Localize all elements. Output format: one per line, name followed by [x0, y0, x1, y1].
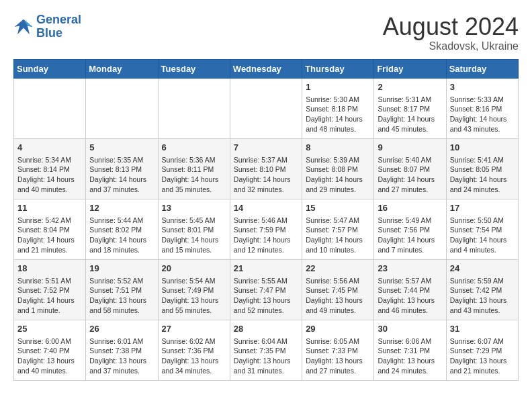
day-cell: 30Sunrise: 6:06 AM Sunset: 7:31 PM Dayli…	[374, 320, 446, 380]
day-cell: 20Sunrise: 5:54 AM Sunset: 7:49 PM Dayli…	[158, 259, 230, 320]
day-info: Sunrise: 6:05 AM Sunset: 7:33 PM Dayligh…	[306, 336, 370, 376]
day-info: Sunrise: 5:57 AM Sunset: 7:44 PM Dayligh…	[378, 276, 442, 316]
day-cell: 26Sunrise: 6:01 AM Sunset: 7:38 PM Dayli…	[86, 320, 158, 380]
day-info: Sunrise: 5:33 AM Sunset: 8:16 PM Dayligh…	[450, 95, 515, 134]
day-cell: 2Sunrise: 5:31 AM Sunset: 8:17 PM Daylig…	[374, 78, 446, 138]
day-info: Sunrise: 5:47 AM Sunset: 7:57 PM Dayligh…	[306, 216, 370, 255]
day-number: 21	[234, 263, 298, 275]
day-cell: 4Sunrise: 5:34 AM Sunset: 8:14 PM Daylig…	[14, 138, 86, 199]
day-number: 8	[306, 142, 370, 154]
day-cell: 19Sunrise: 5:52 AM Sunset: 7:51 PM Dayli…	[86, 259, 158, 320]
header-monday: Monday	[86, 59, 158, 78]
day-cell: 12Sunrise: 5:44 AM Sunset: 8:02 PM Dayli…	[86, 199, 158, 259]
logo: General Blue	[13, 13, 81, 40]
svg-marker-0	[15, 19, 33, 35]
day-cell: 31Sunrise: 6:07 AM Sunset: 7:29 PM Dayli…	[446, 320, 518, 380]
day-number: 5	[89, 142, 154, 154]
day-info: Sunrise: 5:50 AM Sunset: 7:54 PM Dayligh…	[450, 216, 515, 255]
header-wednesday: Wednesday	[230, 59, 302, 78]
day-number: 16	[378, 202, 442, 214]
title-block: August 2024 Skadovsk, Ukraine	[383, 13, 519, 52]
logo-blue: Blue	[36, 26, 62, 40]
day-info: Sunrise: 5:56 AM Sunset: 7:45 PM Dayligh…	[306, 276, 370, 316]
day-cell: 3Sunrise: 5:33 AM Sunset: 8:16 PM Daylig…	[446, 78, 518, 138]
day-cell: 10Sunrise: 5:41 AM Sunset: 8:05 PM Dayli…	[446, 138, 518, 199]
day-cell	[86, 78, 158, 138]
day-info: Sunrise: 6:04 AM Sunset: 7:35 PM Dayligh…	[234, 336, 298, 376]
calendar-header-row: SundayMondayTuesdayWednesdayThursdayFrid…	[14, 59, 519, 78]
day-cell: 7Sunrise: 5:37 AM Sunset: 8:10 PM Daylig…	[230, 138, 302, 199]
day-number: 24	[450, 263, 515, 275]
page-header: General Blue August 2024 Skadovsk, Ukrai…	[13, 13, 519, 52]
day-cell: 29Sunrise: 6:05 AM Sunset: 7:33 PM Dayli…	[302, 320, 374, 380]
day-cell: 18Sunrise: 5:51 AM Sunset: 7:52 PM Dayli…	[14, 259, 86, 320]
day-info: Sunrise: 5:36 AM Sunset: 8:11 PM Dayligh…	[162, 155, 226, 195]
day-cell: 28Sunrise: 6:04 AM Sunset: 7:35 PM Dayli…	[230, 320, 302, 380]
day-info: Sunrise: 5:51 AM Sunset: 7:52 PM Dayligh…	[17, 276, 82, 316]
day-info: Sunrise: 6:01 AM Sunset: 7:38 PM Dayligh…	[89, 336, 154, 376]
header-thursday: Thursday	[302, 59, 374, 78]
day-number: 27	[162, 323, 226, 335]
day-cell	[14, 78, 86, 138]
day-info: Sunrise: 5:55 AM Sunset: 7:47 PM Dayligh…	[234, 276, 298, 316]
day-number: 14	[234, 202, 298, 214]
day-cell: 25Sunrise: 6:00 AM Sunset: 7:40 PM Dayli…	[14, 320, 86, 380]
header-tuesday: Tuesday	[158, 59, 230, 78]
day-number: 22	[306, 263, 370, 275]
day-info: Sunrise: 6:07 AM Sunset: 7:29 PM Dayligh…	[450, 336, 515, 376]
day-number: 13	[162, 202, 226, 214]
day-number: 30	[378, 323, 442, 335]
day-cell: 14Sunrise: 5:46 AM Sunset: 7:59 PM Dayli…	[230, 199, 302, 259]
day-info: Sunrise: 5:45 AM Sunset: 8:01 PM Dayligh…	[162, 216, 226, 255]
day-number: 31	[450, 323, 515, 335]
day-number: 12	[89, 202, 154, 214]
day-number: 4	[17, 142, 82, 154]
day-number: 19	[89, 263, 154, 275]
main-title: August 2024	[383, 13, 519, 40]
day-info: Sunrise: 5:40 AM Sunset: 8:07 PM Dayligh…	[378, 155, 442, 195]
day-cell: 24Sunrise: 5:59 AM Sunset: 7:42 PM Dayli…	[446, 259, 518, 320]
day-cell: 9Sunrise: 5:40 AM Sunset: 8:07 PM Daylig…	[374, 138, 446, 199]
day-info: Sunrise: 6:02 AM Sunset: 7:36 PM Dayligh…	[162, 336, 226, 376]
header-friday: Friday	[374, 59, 446, 78]
week-row-2: 4Sunrise: 5:34 AM Sunset: 8:14 PM Daylig…	[14, 138, 519, 199]
week-row-4: 18Sunrise: 5:51 AM Sunset: 7:52 PM Dayli…	[14, 259, 519, 320]
day-info: Sunrise: 5:46 AM Sunset: 7:59 PM Dayligh…	[234, 216, 298, 255]
day-number: 23	[378, 263, 442, 275]
day-info: Sunrise: 5:31 AM Sunset: 8:17 PM Dayligh…	[378, 95, 442, 134]
day-info: Sunrise: 6:06 AM Sunset: 7:31 PM Dayligh…	[378, 336, 442, 376]
day-number: 25	[17, 323, 82, 335]
day-cell: 21Sunrise: 5:55 AM Sunset: 7:47 PM Dayli…	[230, 259, 302, 320]
day-number: 18	[17, 263, 82, 275]
header-saturday: Saturday	[446, 59, 518, 78]
logo-text: General Blue	[36, 13, 81, 40]
day-number: 28	[234, 323, 298, 335]
calendar-table: SundayMondayTuesdayWednesdayThursdayFrid…	[13, 59, 519, 381]
day-number: 9	[378, 142, 442, 154]
week-row-3: 11Sunrise: 5:42 AM Sunset: 8:04 PM Dayli…	[14, 199, 519, 259]
day-number: 29	[306, 323, 370, 335]
day-cell: 27Sunrise: 6:02 AM Sunset: 7:36 PM Dayli…	[158, 320, 230, 380]
header-sunday: Sunday	[14, 59, 86, 78]
day-info: Sunrise: 5:54 AM Sunset: 7:49 PM Dayligh…	[162, 276, 226, 316]
day-info: Sunrise: 5:52 AM Sunset: 7:51 PM Dayligh…	[89, 276, 154, 316]
logo-icon	[13, 17, 34, 37]
day-info: Sunrise: 5:41 AM Sunset: 8:05 PM Dayligh…	[450, 155, 515, 195]
day-info: Sunrise: 5:37 AM Sunset: 8:10 PM Dayligh…	[234, 155, 298, 195]
day-info: Sunrise: 6:00 AM Sunset: 7:40 PM Dayligh…	[17, 336, 82, 376]
day-cell: 1Sunrise: 5:30 AM Sunset: 8:18 PM Daylig…	[302, 78, 374, 138]
day-cell: 5Sunrise: 5:35 AM Sunset: 8:13 PM Daylig…	[86, 138, 158, 199]
day-number: 10	[450, 142, 515, 154]
day-info: Sunrise: 5:39 AM Sunset: 8:08 PM Dayligh…	[306, 155, 370, 195]
day-number: 17	[450, 202, 515, 214]
day-cell: 23Sunrise: 5:57 AM Sunset: 7:44 PM Dayli…	[374, 259, 446, 320]
day-number: 26	[89, 323, 154, 335]
day-cell: 22Sunrise: 5:56 AM Sunset: 7:45 PM Dayli…	[302, 259, 374, 320]
day-info: Sunrise: 5:30 AM Sunset: 8:18 PM Dayligh…	[306, 95, 370, 134]
day-number: 6	[162, 142, 226, 154]
week-row-1: 1Sunrise: 5:30 AM Sunset: 8:18 PM Daylig…	[14, 78, 519, 138]
day-cell: 15Sunrise: 5:47 AM Sunset: 7:57 PM Dayli…	[302, 199, 374, 259]
day-cell: 11Sunrise: 5:42 AM Sunset: 8:04 PM Dayli…	[14, 199, 86, 259]
day-cell	[230, 78, 302, 138]
day-number: 2	[378, 81, 442, 93]
